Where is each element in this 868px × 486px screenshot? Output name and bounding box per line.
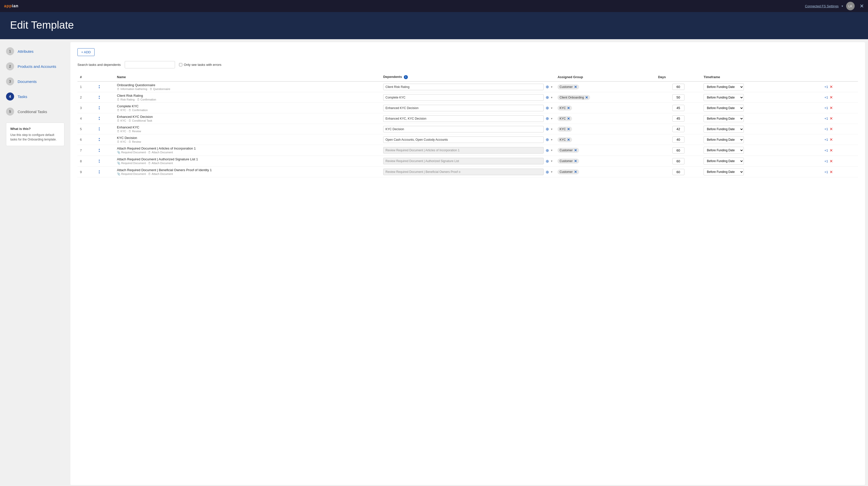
sidebar-item-conditional[interactable]: 5 Conditional Tasks: [6, 107, 64, 116]
plus-one-btn[interactable]: +1: [824, 149, 828, 152]
plus-one-btn[interactable]: +1: [824, 138, 828, 141]
dependent-input[interactable]: [383, 105, 544, 111]
delete-btn[interactable]: ✕: [830, 159, 833, 164]
add-button[interactable]: + ADD: [78, 48, 95, 56]
dependents-info-icon[interactable]: i: [404, 75, 408, 79]
delete-btn[interactable]: ✕: [830, 95, 833, 100]
dependent-input[interactable]: [383, 136, 544, 143]
group-remove-btn[interactable]: ✕: [567, 117, 570, 120]
timeframe-select[interactable]: Before Funding DateAfter Funding DateOn …: [704, 147, 744, 154]
delete-btn[interactable]: ✕: [830, 116, 833, 121]
plus-one-btn[interactable]: +1: [824, 85, 828, 89]
dep-dropdown-icon[interactable]: ▾: [551, 138, 552, 141]
dep-add-icon[interactable]: ⊕: [545, 127, 550, 131]
days-cell: [655, 92, 701, 103]
dependent-input[interactable]: [383, 84, 544, 90]
timeframe-select[interactable]: Before Funding DateAfter Funding DateOn …: [704, 94, 744, 101]
settings-link[interactable]: Connected FS Settings: [805, 4, 839, 8]
days-input[interactable]: [672, 126, 684, 132]
plus-one-btn[interactable]: +1: [824, 159, 828, 163]
delete-btn[interactable]: ✕: [830, 105, 833, 110]
days-input[interactable]: [672, 158, 684, 164]
timeframe-select[interactable]: Before Funding DateAfter Funding DateOn …: [704, 84, 744, 91]
search-input[interactable]: [125, 61, 175, 68]
days-input[interactable]: [672, 105, 684, 111]
dependent-input[interactable]: [383, 126, 544, 132]
timeframe-select[interactable]: Before Funding DateAfter Funding DateOn …: [704, 104, 744, 111]
task-name-cell: Enhanced KYC Decision🗒KYC · 🗒Conditional…: [115, 114, 381, 124]
sort-arrows[interactable]: ▲▼: [96, 124, 115, 134]
sidebar-item-documents[interactable]: 3 Documents: [6, 77, 64, 86]
group-remove-btn[interactable]: ✕: [567, 138, 570, 141]
dependent-input[interactable]: [383, 94, 544, 101]
group-remove-btn[interactable]: ✕: [574, 170, 577, 174]
dependent-input[interactable]: [383, 158, 544, 164]
sort-arrows[interactable]: ▲▼: [96, 167, 115, 177]
dep-dropdown-icon[interactable]: ▾: [551, 106, 552, 110]
plus-one-btn[interactable]: +1: [824, 106, 828, 110]
plus-one-btn[interactable]: +1: [824, 127, 828, 131]
dep-dropdown-icon[interactable]: ▾: [551, 149, 552, 152]
dependent-input[interactable]: [383, 147, 544, 154]
dep-add-icon[interactable]: ⊕: [545, 137, 550, 142]
dep-dropdown-icon[interactable]: ▾: [551, 85, 552, 89]
delete-btn[interactable]: ✕: [830, 85, 833, 89]
group-remove-btn[interactable]: ✕: [585, 96, 588, 99]
plus-one-btn[interactable]: +1: [824, 117, 828, 120]
dep-add-icon[interactable]: ⊕: [545, 148, 550, 153]
plus-one-btn[interactable]: +1: [824, 96, 828, 99]
sidebar-item-products[interactable]: 2 Products and Accounts: [6, 62, 64, 70]
user-avatar[interactable]: LK: [846, 2, 855, 10]
timeframe-select[interactable]: Before Funding DateAfter Funding DateOn …: [704, 158, 744, 165]
group-remove-btn[interactable]: ✕: [574, 149, 577, 152]
dep-add-icon[interactable]: ⊕: [545, 95, 550, 100]
group-remove-btn[interactable]: ✕: [567, 106, 570, 110]
days-input[interactable]: [672, 136, 684, 143]
dep-dropdown-icon[interactable]: ▾: [551, 127, 552, 131]
dep-dropdown-icon[interactable]: ▾: [551, 96, 552, 99]
step-num-2: 2: [6, 62, 14, 70]
errors-checkbox[interactable]: [179, 63, 182, 66]
sort-arrows[interactable]: ▲▼: [96, 103, 115, 114]
sidebar-item-attributes[interactable]: 1 Attributes: [6, 47, 64, 55]
dep-dropdown-icon[interactable]: ▾: [551, 159, 552, 163]
timeframe-select[interactable]: Before Funding DateAfter Funding DateOn …: [704, 168, 744, 175]
sort-arrows[interactable]: ▲▼: [96, 156, 115, 167]
days-input[interactable]: [672, 147, 684, 154]
days-input[interactable]: [672, 169, 684, 175]
close-button[interactable]: ✕: [860, 3, 864, 9]
days-input[interactable]: [672, 84, 684, 90]
sort-arrows[interactable]: ▲▼: [96, 134, 115, 145]
dependent-input[interactable]: [383, 115, 544, 122]
sort-arrows[interactable]: ▲▼: [96, 82, 115, 92]
timeframe-select[interactable]: Before Funding DateAfter Funding DateOn …: [704, 136, 744, 143]
delete-btn[interactable]: ✕: [830, 148, 833, 153]
dep-add-icon[interactable]: ⊕: [545, 159, 550, 164]
assigned-group-cell: Customer ✕: [555, 167, 655, 177]
days-input[interactable]: [672, 94, 684, 100]
dep-add-icon[interactable]: ⊕: [545, 170, 550, 174]
sort-arrows[interactable]: ▲▼: [96, 92, 115, 103]
plus-one-btn[interactable]: +1: [824, 170, 828, 174]
timeframe-select[interactable]: Before Funding DateAfter Funding DateOn …: [704, 126, 744, 133]
dependent-input[interactable]: [383, 169, 544, 175]
dep-dropdown-icon[interactable]: ▾: [551, 117, 552, 120]
sidebar-item-tasks[interactable]: 4 Tasks: [6, 93, 64, 100]
dep-add-icon[interactable]: ⊕: [545, 85, 550, 89]
dep-dropdown-icon[interactable]: ▾: [551, 170, 552, 174]
group-remove-btn[interactable]: ✕: [567, 127, 570, 131]
delete-btn[interactable]: ✕: [830, 137, 833, 142]
dep-add-icon[interactable]: ⊕: [545, 105, 550, 110]
delete-btn[interactable]: ✕: [830, 170, 833, 174]
timeframe-select[interactable]: Before Funding DateAfter Funding DateOn …: [704, 115, 744, 122]
group-remove-btn[interactable]: ✕: [574, 85, 577, 89]
group-remove-btn[interactable]: ✕: [574, 159, 577, 163]
delete-btn[interactable]: ✕: [830, 127, 833, 131]
dep-add-icon[interactable]: ⊕: [545, 116, 550, 121]
sort-arrows[interactable]: ▲▼: [96, 114, 115, 124]
errors-filter-label[interactable]: Only see tasks with errors: [179, 63, 221, 67]
sort-arrows[interactable]: ▲▼: [96, 145, 115, 156]
days-input[interactable]: [672, 115, 684, 122]
settings-dropdown-arrow[interactable]: ▾: [842, 4, 843, 8]
days-cell: [655, 167, 701, 177]
